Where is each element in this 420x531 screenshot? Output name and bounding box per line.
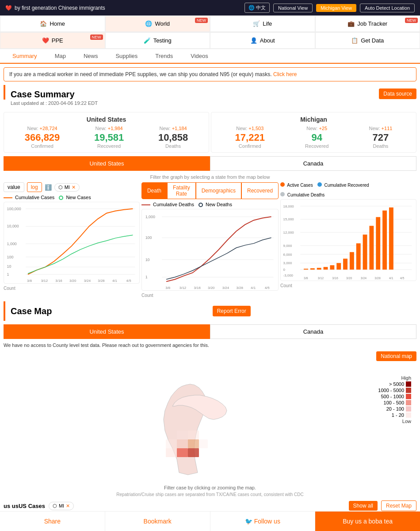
mi-deaths-new: New: +111 xyxy=(369,126,392,131)
alert-link[interactable]: Click here xyxy=(273,71,297,77)
tab-news[interactable]: News xyxy=(75,49,107,63)
cumulative-deaths-label: Cumulative Deaths xyxy=(153,202,194,207)
nav-get-data[interactable]: 📋 Get Data xyxy=(315,32,420,49)
tab-map[interactable]: Map xyxy=(46,49,75,63)
boba-button[interactable]: Buy us a boba tea xyxy=(315,512,420,531)
us-deaths-new: New: +1,184 xyxy=(158,126,188,131)
svg-text:100: 100 xyxy=(7,255,14,259)
nav-about[interactable]: 👤 About xyxy=(210,32,315,49)
svg-rect-77 xyxy=(166,448,177,457)
report-error-button[interactable]: Report Error xyxy=(213,306,251,316)
death-tab-death[interactable]: Death xyxy=(141,182,167,199)
svg-rect-53 xyxy=(317,268,321,269)
svg-text:9,000: 9,000 xyxy=(283,244,292,248)
testing-icon: 🧪 xyxy=(144,37,151,44)
national-view-button[interactable]: National View xyxy=(273,4,313,12)
mi-confirmed-stat: New: +1,503 17,221 Confirmed xyxy=(235,126,265,149)
table-filter-tag[interactable]: ⬡ MI ✕ xyxy=(49,502,74,510)
reset-map-button[interactable]: Reset Map xyxy=(381,500,416,511)
death-tab-demographics[interactable]: Demographics xyxy=(196,182,241,199)
filter-tag[interactable]: ⬡ MI ✕ xyxy=(54,183,80,192)
value-btn[interactable]: value xyxy=(4,182,24,192)
svg-text:-3,000: -3,000 xyxy=(283,273,294,277)
legend-20-100: 20 - 100 xyxy=(378,406,411,412)
info-icon[interactable]: ℹ️ xyxy=(45,184,52,191)
death-chart: 1,000 100 10 1 3/8 3/12 3/16 3/20 3/24 3… xyxy=(141,209,279,291)
chinese-lang-button[interactable]: 🌐 中文 xyxy=(244,3,270,13)
svg-text:3/12: 3/12 xyxy=(41,279,48,283)
nav-home[interactable]: 🏠 Home xyxy=(0,15,105,32)
case-summary-title-bar: Case Summary xyxy=(4,85,375,100)
nav-testing[interactable]: 🧪 Testing xyxy=(105,32,210,49)
michigan-view-button[interactable]: Michigan View xyxy=(316,4,356,12)
legend-500-1000-label: 500 - 1000 xyxy=(381,394,404,399)
svg-text:15,000: 15,000 xyxy=(283,217,294,221)
svg-text:10: 10 xyxy=(7,264,11,269)
svg-text:12,000: 12,000 xyxy=(283,231,294,235)
legend-1-20-label: 1 - 20 xyxy=(392,412,404,418)
svg-rect-80 xyxy=(177,431,188,439)
svg-rect-79 xyxy=(188,431,199,439)
active-cases-legend: Active Cases xyxy=(280,182,313,188)
svg-text:3/16: 3/16 xyxy=(55,279,62,283)
data-source-button[interactable]: Data source xyxy=(379,88,416,99)
map-canada-btn[interactable]: Canada xyxy=(210,324,416,339)
michigan-map[interactable] xyxy=(99,366,321,481)
tab-summary[interactable]: Summary xyxy=(4,49,46,64)
show-all-button[interactable]: Show all xyxy=(349,501,378,511)
svg-rect-78 xyxy=(166,439,177,448)
cumulative-cases-label: Cumulative Cases xyxy=(15,195,54,200)
svg-text:4/1: 4/1 xyxy=(112,279,118,283)
us-deaths-label: Deaths xyxy=(158,143,188,149)
svg-text:1,000: 1,000 xyxy=(145,215,155,219)
new-deaths-label: New Deaths xyxy=(206,202,232,207)
nav-about-label: About xyxy=(260,37,275,44)
svg-rect-58 xyxy=(350,252,354,270)
cumulative-deaths-bar-legend: Cumulative Deaths xyxy=(280,192,325,197)
canada-country-btn[interactable]: Canada xyxy=(210,156,416,171)
bookmark-button[interactable]: Bookmark xyxy=(105,512,210,531)
chart-controls: value log ℹ️ ⬡ MI ✕ xyxy=(4,182,140,192)
tab-trends[interactable]: Trends xyxy=(146,49,182,63)
svg-text:3/8: 3/8 xyxy=(165,286,171,290)
map-notice-text: We have no access to County level test d… xyxy=(4,342,416,348)
us-country-btn[interactable]: United States xyxy=(4,156,210,171)
svg-text:3/28: 3/28 xyxy=(374,277,381,280)
nav-ppe[interactable]: ❤️ PPE NEW xyxy=(0,32,105,49)
last-updated-text: Last updated at : 2020-04-06 19:22 EDT xyxy=(0,100,420,108)
svg-text:100,000: 100,000 xyxy=(7,207,21,211)
national-map-button[interactable]: National map xyxy=(376,351,416,361)
svg-rect-61 xyxy=(370,226,374,269)
active-cases-label: Active Cases xyxy=(287,183,313,188)
new-cases-legend: New Cases xyxy=(59,195,91,200)
detect-location-button[interactable]: Auto Detect Location xyxy=(360,4,415,12)
nav-testing-label: Testing xyxy=(153,37,172,44)
us-cases-title: usUS Cases xyxy=(12,503,45,509)
job-new-badge: NEW xyxy=(405,18,418,23)
tab-supplies[interactable]: Supplies xyxy=(107,49,146,63)
death-tab-fatality[interactable]: Fatality Rate xyxy=(167,182,196,199)
log-btn[interactable]: log xyxy=(27,182,42,192)
follow-us-button[interactable]: 🐦 Follow us xyxy=(210,512,316,531)
svg-text:3,000: 3,000 xyxy=(283,261,292,265)
svg-rect-76 xyxy=(177,439,188,448)
nav-job-tracker[interactable]: 💼 Job Tracker NEW xyxy=(315,15,420,32)
map-us-btn[interactable]: United States xyxy=(4,324,210,339)
table-filter-remove[interactable]: ✕ xyxy=(66,503,70,509)
nav-world-label: World xyxy=(155,20,170,27)
cumulative-recovered-legend: Cumulative Recovered xyxy=(317,182,369,188)
legend-1-20: 1 - 20 xyxy=(378,412,411,418)
mi-recovered-value: 94 xyxy=(305,132,328,143)
nav-ppe-label: PPE xyxy=(52,37,63,44)
filter-tag-remove[interactable]: ✕ xyxy=(72,185,76,190)
death-tab-recovered[interactable]: Recovered xyxy=(241,182,279,199)
nav-world[interactable]: 🌐 World NEW xyxy=(105,15,210,32)
data-icon: 📋 xyxy=(351,37,358,44)
share-button[interactable]: Share xyxy=(0,512,105,531)
nav-row-1: 🏠 Home 🌐 World NEW 🛒 Life 💼 Job Tracker … xyxy=(0,15,420,32)
svg-rect-60 xyxy=(363,235,367,269)
repatriation-note: Repatriation/Cruise ship cases are separ… xyxy=(4,492,416,497)
about-icon: 👤 xyxy=(250,37,257,44)
tab-videos[interactable]: Videos xyxy=(182,49,217,63)
nav-life[interactable]: 🛒 Life xyxy=(210,15,315,32)
